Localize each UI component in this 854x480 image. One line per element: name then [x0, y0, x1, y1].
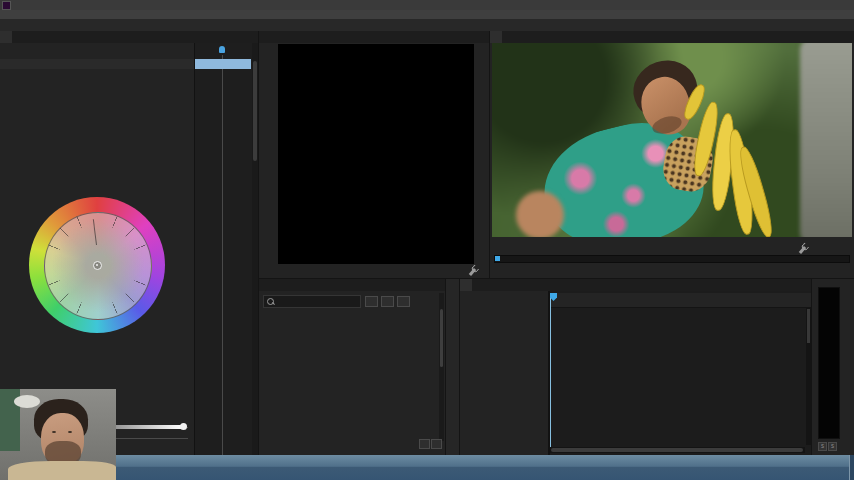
- program-playhead[interactable]: [495, 256, 500, 261]
- mini-playhead[interactable]: [219, 46, 225, 53]
- effects-browser-panel: [259, 279, 445, 455]
- menu-bar: [0, 10, 854, 19]
- windows-taskbar: [0, 455, 854, 480]
- program-monitor-panel: [490, 31, 854, 278]
- timeline-vscrollbar[interactable]: [806, 307, 811, 445]
- timeline-hscrollbar[interactable]: [550, 447, 805, 453]
- mini-timeline-clip[interactable]: [195, 59, 251, 69]
- program-video-frame[interactable]: [492, 43, 852, 237]
- background-rock: [800, 43, 852, 237]
- delete-icon[interactable]: [431, 439, 442, 449]
- webcam-shirt: [8, 461, 116, 480]
- meter-solo-right[interactable]: S: [828, 442, 837, 451]
- settings-wrench-icon[interactable]: [469, 268, 476, 276]
- webcam-eye-right: [68, 431, 72, 433]
- tools-panel: [446, 279, 459, 455]
- transport-controls: [490, 264, 854, 278]
- clip-header: [4, 46, 6, 55]
- effects-tabbar: [259, 279, 445, 291]
- search-icon: [267, 298, 274, 305]
- timeline-track-area[interactable]: [548, 291, 811, 455]
- tab-sequence-edit[interactable]: [460, 279, 472, 291]
- effect-controls-scrollbar[interactable]: [252, 43, 258, 455]
- meter-solo-left[interactable]: S: [818, 442, 827, 451]
- lumetri-scopes-panel: [259, 31, 489, 278]
- program-scrub-bar[interactable]: [494, 255, 850, 263]
- panel-menu-icon[interactable]: [472, 279, 478, 291]
- mini-playhead-line: [222, 55, 223, 455]
- level-slider-handle[interactable]: [180, 423, 187, 430]
- timeline-panel: [460, 279, 811, 455]
- effect-controls-mini-timeline[interactable]: [194, 43, 253, 455]
- timeline-tabbar: [460, 279, 811, 291]
- title-bar: [0, 0, 854, 10]
- waveform-canvas: [278, 44, 474, 264]
- hue-wheel-center-handle[interactable]: [93, 261, 102, 270]
- panel-menu-icon[interactable]: [502, 31, 508, 43]
- audio-meter-panel: S S: [812, 279, 854, 455]
- new-bin-icon[interactable]: [419, 439, 430, 449]
- effect-controls-tabbar: [0, 31, 258, 43]
- person-arm: [516, 191, 564, 237]
- ceiling-light: [14, 395, 40, 408]
- 32bit-effects-filter-icon[interactable]: [381, 296, 394, 307]
- video-effects-header: [0, 59, 197, 69]
- waveform-plot: [278, 44, 474, 264]
- timeline-ruler[interactable]: [550, 293, 811, 308]
- scopes-tabbar: [259, 31, 489, 43]
- app-icon: [2, 1, 11, 10]
- webcam-overlay: [0, 389, 116, 480]
- effects-search-box[interactable]: [263, 295, 361, 308]
- workspace-bar: [0, 19, 854, 31]
- accelerated-effects-filter-icon[interactable]: [365, 296, 378, 307]
- scope-footer: [471, 268, 486, 276]
- webcam-eye-left: [52, 431, 56, 433]
- tab-effect-controls[interactable]: [0, 31, 12, 43]
- show-desktop-button[interactable]: [849, 455, 854, 480]
- program-tabbar: [490, 31, 854, 43]
- playhead-line: [550, 293, 551, 447]
- hue-balance-wheel[interactable]: [29, 197, 165, 333]
- premiere-app: S S: [0, 0, 854, 480]
- panel-menu-icon[interactable]: [12, 31, 18, 43]
- tab-program[interactable]: [490, 31, 502, 43]
- effects-scrollbar[interactable]: [439, 293, 444, 441]
- audio-meter-bar: [818, 287, 840, 439]
- yuv-effects-filter-icon[interactable]: [397, 296, 410, 307]
